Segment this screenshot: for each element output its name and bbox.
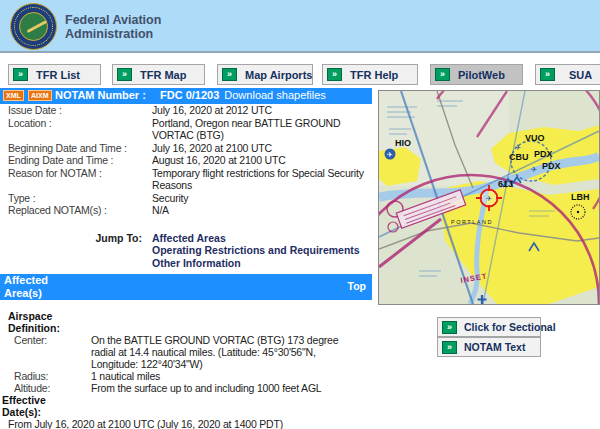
row-label: Ending Date and Time : xyxy=(0,154,152,167)
double-arrow-icon: » xyxy=(435,68,450,81)
tab-sua[interactable]: » SUA xyxy=(535,64,600,85)
notam-number-label: NOTAM Number : xyxy=(55,89,146,101)
notam-number-value: FDC 0/1203 xyxy=(160,89,219,101)
notam-detail-panel: XML AIXM NOTAM Number : FDC 0/1203Downlo… xyxy=(0,88,372,429)
affected-areas-banner: Affected Area(s) Top xyxy=(0,274,372,300)
jump-link-operating-restrictions[interactable]: Operating Restrictions and Requirements xyxy=(152,244,360,257)
double-arrow-icon: » xyxy=(222,68,237,81)
airport-label-pdx-lower: PDX xyxy=(542,161,561,171)
aixm-download-badge[interactable]: AIXM xyxy=(28,90,52,101)
row-value: N/A xyxy=(152,204,368,217)
field-label: Altitude: xyxy=(0,382,91,394)
affected-areas-title: Affected Area(s) xyxy=(4,274,84,300)
download-shapefiles-link[interactable]: Download shapefiles xyxy=(224,89,326,101)
city-label-portland: PORTLAND xyxy=(451,219,493,225)
table-row-ending: Ending Date and Time : August 16, 2020 a… xyxy=(0,154,372,167)
click-for-sectional-button[interactable]: » Click for Sectional xyxy=(437,317,541,337)
row-value: Portland, Oregon near BATTLE GROUND VORT… xyxy=(152,117,368,142)
field-label: Radius: xyxy=(0,370,91,382)
tab-label: TFR Help xyxy=(350,69,398,81)
double-arrow-icon: » xyxy=(540,68,555,81)
notam-number-banner: XML AIXM NOTAM Number : FDC 0/1203Downlo… xyxy=(0,88,372,104)
double-arrow-icon: » xyxy=(327,68,342,81)
agency-title: Federal Aviation Administration xyxy=(65,13,161,41)
airport-label-hio: HIO xyxy=(395,138,411,148)
button-label: NOTAM Text xyxy=(464,341,525,353)
tab-pilotweb[interactable]: » PilotWeb xyxy=(430,64,523,85)
jump-to-section: Jump To: Affected Areas Operating Restri… xyxy=(0,232,372,270)
agency-title-line1: Federal Aviation xyxy=(65,13,161,27)
airport-label-pdx-upper: PDX xyxy=(534,149,553,159)
field-radius: Radius: 1 nautical miles xyxy=(0,370,372,382)
field-value: From the surface up to and including 100… xyxy=(91,382,358,394)
field-value: 1 nautical miles xyxy=(91,370,358,382)
button-label: Click for Sectional xyxy=(464,321,556,333)
page-header: Federal Aviation Administration xyxy=(0,0,600,53)
table-row-location: Location : Portland, Oregon near BATTLE … xyxy=(0,117,372,142)
faa-seal-wing xyxy=(27,20,48,33)
tab-label: Map Airports xyxy=(245,69,312,81)
row-label: Replaced NOTAM(s) : xyxy=(0,204,152,217)
row-label: Beginning Date and Time : xyxy=(0,142,152,155)
faa-seal-logo xyxy=(10,3,57,50)
row-label: Issue Date : xyxy=(0,104,152,117)
jump-link-affected-areas[interactable]: Affected Areas xyxy=(152,232,360,245)
double-arrow-icon: » xyxy=(442,321,457,334)
effective-dates-label: Effective Date(s): xyxy=(0,394,60,418)
airplane-icon: ✈ xyxy=(531,165,538,174)
tab-label: SUA xyxy=(569,69,592,81)
jump-link-other-information[interactable]: Other Information xyxy=(152,257,360,270)
field-label: Center: xyxy=(0,334,91,370)
table-row-beginning: Beginning Date and Time : July 16, 2020 … xyxy=(0,142,372,155)
table-row-replaced: Replaced NOTAM(s) : N/A xyxy=(0,204,372,217)
vor-compass-center xyxy=(577,211,579,213)
row-value: July 16, 2020 at 2100 UTC xyxy=(152,142,368,155)
tab-label: TFR Map xyxy=(140,69,186,81)
field-altitude: Altitude: From the surface up to and inc… xyxy=(0,382,372,394)
airplane-icon: ✈ xyxy=(515,143,522,152)
row-label: Reason for NOTAM : xyxy=(0,167,152,192)
top-link[interactable]: Top xyxy=(348,280,366,292)
row-label: Type : xyxy=(0,192,152,205)
double-arrow-icon: » xyxy=(442,341,457,354)
airport-label-lbh: LBH xyxy=(571,192,590,202)
airport-label-61j: 61J xyxy=(498,179,513,189)
airspace-definition-label: Airspace Definition: xyxy=(0,310,80,334)
tab-map-airports[interactable]: » Map Airports xyxy=(217,64,313,85)
airport-label-cbu: CBU xyxy=(509,152,529,162)
table-row-reason: Reason for NOTAM : Temporary flight rest… xyxy=(0,167,372,192)
row-label: Location : xyxy=(0,117,152,142)
row-value: Temporary flight restrictions for Specia… xyxy=(152,167,368,192)
tab-tfr-map[interactable]: » TFR Map xyxy=(112,64,205,85)
double-arrow-icon: » xyxy=(117,68,132,81)
airplane-icon: ✈ xyxy=(486,194,492,203)
agency-title-line2: Administration xyxy=(65,27,161,41)
field-center: Center: On the BATTLE GROUND VORTAC (BTG… xyxy=(0,334,372,370)
double-arrow-icon: » xyxy=(13,68,28,81)
jump-to-label: Jump To: xyxy=(0,232,152,270)
tab-label: TFR List xyxy=(36,69,80,81)
tab-tfr-help[interactable]: » TFR Help xyxy=(322,64,418,85)
xml-download-badge[interactable]: XML xyxy=(3,90,24,101)
airplane-icon: ✈ xyxy=(387,151,393,158)
tab-tfr-list[interactable]: » TFR List xyxy=(8,64,101,85)
field-value: On the BATTLE GROUND VORTAC (BTG) 173 de… xyxy=(91,334,358,370)
table-row-type: Type : Security xyxy=(0,192,372,205)
sectional-chart-map[interactable]: ✈ ✈ ✈ ✈ HIO VUO CBU PDX PDX 61J LBH PORT… xyxy=(378,90,600,305)
row-value: July 16, 2020 at 2012 UTC xyxy=(152,104,368,117)
pilotweb-tfr-notam-page: { "header": { "agency_line1": "Federal A… xyxy=(0,0,600,429)
row-value: Security xyxy=(152,192,368,205)
faa-seal-globe xyxy=(19,12,48,41)
row-value: August 16, 2020 at 2100 UTC xyxy=(152,154,368,167)
table-row-issue-date: Issue Date : July 16, 2020 at 2012 UTC xyxy=(0,104,372,117)
effective-date-from: From July 16, 2020 at 2100 UTC (July 16,… xyxy=(0,418,372,429)
notam-text-button[interactable]: » NOTAM Text xyxy=(437,337,541,357)
tab-label: PilotWeb xyxy=(458,69,505,81)
airport-label-vuo: VUO xyxy=(525,133,545,143)
